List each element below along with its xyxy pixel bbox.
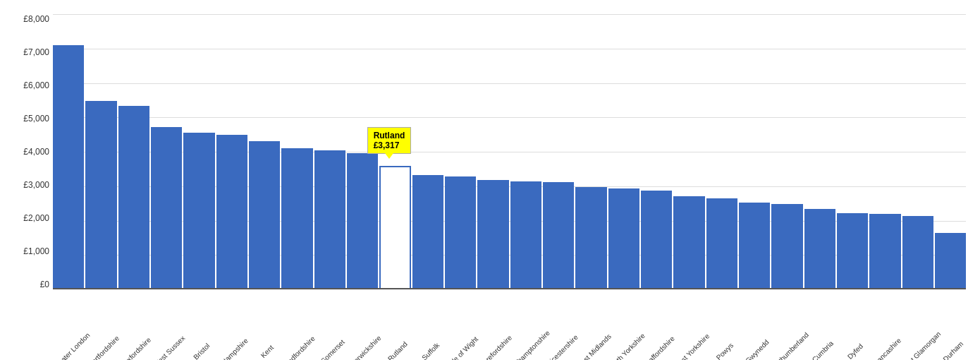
x-axis-label: Lancashire (873, 337, 902, 360)
bar (869, 214, 900, 289)
bar (445, 176, 476, 289)
x-axis-label: West Glamorgan (899, 330, 942, 360)
bar-wrapper: Somerset (314, 14, 345, 289)
bar (151, 127, 182, 289)
x-axis-label: Warwickshire (348, 334, 383, 360)
x-axis-label: Somerset (319, 338, 346, 360)
y-axis-label: £6,000 (4, 80, 49, 90)
y-axis-labels: £8,000£7,000£6,000£5,000£4,000£3,000£2,0… (4, 14, 49, 289)
chart-area: £8,000£7,000£6,000£5,000£4,000£3,000£2,0… (53, 14, 966, 289)
x-axis-label: Suffolk (420, 341, 441, 360)
x-axis-label: Dyfed (846, 342, 864, 360)
bar-wrapper: Northumberland (771, 14, 802, 289)
bar (379, 166, 410, 290)
y-axis-label: £8,000 (4, 14, 49, 24)
bar-wrapper: Dyfed (837, 14, 868, 289)
bar-wrapper: Lancashire (869, 14, 900, 289)
bar (510, 181, 541, 289)
bar-wrapper: Leicestershire (543, 14, 574, 289)
x-axis-label: West Yorkshire (673, 332, 711, 360)
bar-wrapper: Northamptonshire (510, 14, 541, 289)
bar-wrapper: West Sussex (151, 14, 182, 289)
bar-wrapper: Isle of Wight (445, 14, 476, 289)
x-axis-label: Hampshire (220, 337, 250, 360)
bar (739, 203, 770, 289)
y-axis-label: £5,000 (4, 114, 49, 124)
x-axis-label: Cumbria (810, 340, 835, 360)
x-axis-label: Gwynedd (744, 338, 771, 360)
bar-wrapper: Bedfordshire (281, 14, 312, 289)
bar-wrapper: Gwynedd (739, 14, 770, 289)
bar-wrapper: Staffordshire (641, 14, 672, 289)
x-axis-label: Durham (941, 340, 964, 360)
bar (85, 101, 116, 289)
bar-wrapper: Hampshire (216, 14, 247, 289)
bar-wrapper: West Yorkshire (673, 14, 704, 289)
bar (53, 45, 84, 289)
x-axis-label: Kent (259, 344, 275, 359)
bar (608, 188, 639, 289)
chart-container: £8,000£7,000£6,000£5,000£4,000£3,000£2,0… (0, 0, 980, 360)
bar-wrapper: Powys (706, 14, 737, 289)
bar (543, 182, 574, 289)
bar (347, 153, 378, 289)
bar (118, 106, 149, 289)
bar (902, 216, 933, 289)
x-axis-label: West Sussex (152, 334, 187, 360)
x-axis-label: Isle of Wight (447, 335, 480, 360)
bar-wrapper: Herefordshire (477, 14, 508, 289)
bar (837, 213, 868, 289)
bar (216, 135, 247, 289)
x-axis-label: Rutland (386, 340, 409, 360)
bar (641, 191, 672, 289)
bar (673, 196, 704, 289)
bar-wrapper: Greater London (53, 14, 84, 289)
bar (575, 187, 606, 289)
x-axis-line (53, 288, 966, 289)
x-axis-label: Northamptonshire (506, 329, 551, 360)
bar (183, 133, 214, 289)
x-axis-label: North Yorkshire (607, 332, 647, 360)
y-axis-label: £1,000 (4, 246, 49, 256)
bar (249, 141, 280, 289)
x-axis-label: Powys (714, 342, 735, 360)
bar (314, 150, 345, 289)
bar-wrapper: North Yorkshire (608, 14, 639, 289)
bar (412, 175, 443, 289)
bar-wrapper: Warwickshire (347, 14, 378, 289)
bar (804, 209, 835, 289)
bar-wrapper: West Midlands (575, 14, 606, 289)
x-axis-label: Northumberland (769, 331, 810, 360)
y-axis-label: £4,000 (4, 147, 49, 157)
bar-wrapper: Bristol (183, 14, 214, 289)
x-axis-label: Herefordshire (478, 334, 514, 360)
bar (706, 198, 737, 289)
bar-wrapper: Rutland (379, 14, 410, 289)
x-axis-label: West Midlands (575, 332, 613, 360)
bar (281, 148, 312, 289)
bar (477, 180, 508, 289)
bar (935, 233, 966, 289)
x-axis-label: Greater London (51, 331, 91, 360)
bar-wrapper: Suffolk (412, 14, 443, 289)
bar-wrapper: Hertfordshire (85, 14, 116, 289)
bars-container: Greater LondonHertfordshireOxfordshireWe… (53, 14, 966, 289)
bar-wrapper: Cumbria (804, 14, 835, 289)
y-axis-label: £7,000 (4, 47, 49, 57)
bar (771, 204, 802, 289)
x-axis-label: Bristol (192, 342, 212, 360)
bar-wrapper: Durham (935, 14, 966, 289)
bar-wrapper: Oxfordshire (118, 14, 149, 289)
y-axis-label: £0 (4, 280, 49, 289)
x-axis-label: Hertfordshire (87, 335, 121, 360)
x-axis-label: Bedfordshire (283, 335, 317, 360)
bar-wrapper: West Glamorgan (902, 14, 933, 289)
x-axis-label: Oxfordshire (121, 336, 152, 360)
bar-wrapper: Kent (249, 14, 280, 289)
x-axis-label: Staffordshire (642, 335, 676, 360)
y-axis-label: £3,000 (4, 180, 49, 190)
y-axis-label: £2,000 (4, 213, 49, 223)
